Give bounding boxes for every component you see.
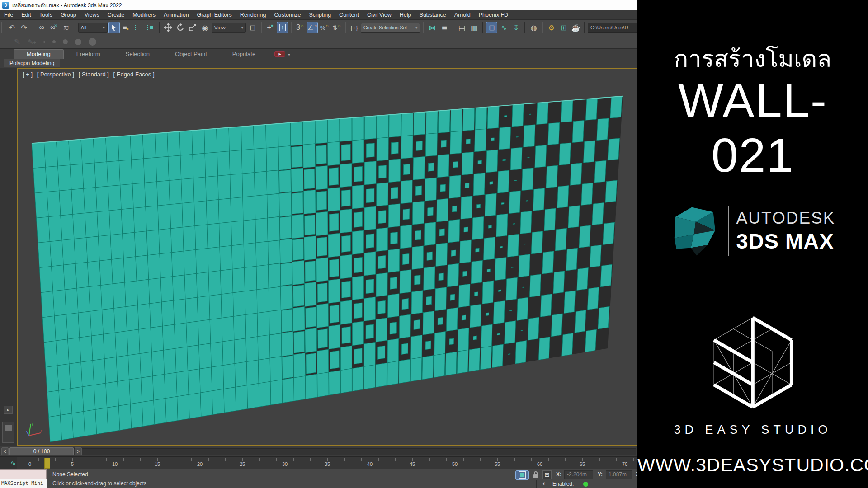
menu-graph-editors[interactable]: Graph Editors [193,10,236,19]
menu-scripting[interactable]: Scripting [305,10,335,19]
reference-coordinate-system-dropdown[interactable]: View ▾ [212,23,246,33]
chevron-down-icon[interactable]: ▾ [288,52,290,57]
isolate-selection-toggle[interactable] [515,470,529,480]
menu-help[interactable]: Help [396,10,415,19]
degradation-shield-icon[interactable]: ◐ [542,480,546,487]
redo-button[interactable]: ↷ [19,22,30,33]
viewport-layout-tab[interactable] [2,422,14,443]
menu-arnold[interactable]: Arnold [450,10,475,19]
selection-lock-icon[interactable] [533,471,539,479]
maxscript-mini-listener[interactable]: MAXScript Mini [0,469,47,488]
menu-customize[interactable]: Customize [270,10,305,19]
render-setup-button[interactable]: ⚙ [546,22,557,33]
window-crossing-icon [147,25,154,30]
menu-civil-view[interactable]: Civil View [363,10,396,19]
menu-create[interactable]: Create [104,10,129,19]
time-slider-track[interactable] [1,448,636,455]
layout-flyout-button[interactable]: ▸ [4,406,13,414]
selection-filter-dropdown[interactable]: All ▾ [78,23,108,33]
material-editor-button[interactable]: ◍ [528,22,539,33]
snap-toggle-3d[interactable]: 3∩ [294,22,306,33]
menu-edit[interactable]: Edit [17,10,35,19]
ruler-tick [608,458,608,461]
x-coord-field[interactable]: -2.204m [564,470,593,479]
time-slider-handle[interactable]: 0 / 100 [9,447,74,455]
mirror-button[interactable]: ⋈ [426,22,438,33]
edit-named-selection-sets-button[interactable]: {+} [349,22,360,33]
select-and-place-button[interactable]: ◉ [199,22,211,33]
viewport-menu-shading[interactable]: [ Edged Faces ] [113,71,155,78]
ruler-tick [625,458,625,461]
bind-to-space-warp-icon[interactable]: ≋ [61,22,72,33]
menu-tools[interactable]: Tools [35,10,57,19]
menu-views[interactable]: Views [80,10,104,19]
macro-recorder-pane[interactable] [0,469,47,479]
toolbar-separator [423,22,424,33]
viewport-menu-renderer[interactable]: [ Standard ] [79,71,109,78]
toolbar-grip[interactable] [1,22,4,33]
select-and-scale-button[interactable] [187,22,198,33]
ruler-tick [361,458,362,461]
ribbon-tab-freeform[interactable]: Freeform [64,50,113,59]
studio-cube-logo [637,313,868,414]
menu-phoenix-fd[interactable]: Phoenix FD [475,10,512,19]
toggle-scene-explorer-button[interactable]: ▤ [456,22,467,33]
ribbon-tab-populate[interactable]: Populate [220,50,268,59]
menu-file[interactable]: File [0,10,17,19]
x-coord-label: X: [556,471,561,478]
polygon-modeling-panel-tab[interactable]: Polygon Modeling [4,59,60,67]
keyboard-shortcut-override-toggle[interactable]: ↑ [277,22,288,33]
spinner-snap-toggle[interactable]: ⇅∩ [331,22,342,33]
rectangular-selection-region-button[interactable] [133,22,144,33]
use-pivot-point-center-button[interactable]: ⊡ [247,22,258,33]
perspective-viewport[interactable]: [ + ] [ Perspective ] [ Standard ] [ Edg… [17,68,637,446]
toggle-ribbon-button[interactable]: ⊟ [486,22,497,33]
toolbar-grip[interactable] [3,37,5,47]
ribbon-tab-object-paint[interactable]: Object Paint [162,50,220,59]
percent-snap-toggle[interactable]: %∩ [319,22,330,33]
previous-frame-button[interactable]: < [1,447,9,455]
viewport-menu-general[interactable]: [ + ] [23,71,33,78]
ribbon-tab-selection[interactable]: Selection [113,50,162,59]
select-and-manipulate-button[interactable]: +■ [264,22,276,33]
menu-content[interactable]: Content [335,10,363,19]
current-frame-marker[interactable] [44,458,50,469]
viewport-menu-pov[interactable]: [ Perspective ] [37,71,74,78]
dashed-region-icon [135,25,142,30]
unlink-selection-icon[interactable]: ∞✕ [48,22,60,33]
select-and-link-icon[interactable]: ∞ [36,22,47,33]
select-and-move-button[interactable] [163,22,174,33]
chevron-down-icon: ▾ [103,25,105,30]
rendered-frame-window-button[interactable]: ⊞ [558,22,569,33]
menu-group[interactable]: Group [57,10,80,19]
frame-ruler[interactable]: 0510152025303540455055606570 [17,457,637,469]
ruler-tick [387,458,387,461]
menu-animation[interactable]: Animation [160,10,193,19]
wall-model [18,69,637,445]
render-production-button[interactable]: ☕ [570,22,581,33]
named-selection-sets-dropdown[interactable]: Create Selection Set ▾ [361,23,420,33]
y-coord-field[interactable]: 1.087m [606,470,632,479]
menu-substance[interactable]: Substance [415,10,450,19]
project-folder-path[interactable]: C:\Users\User\D [588,23,637,33]
ruler-tick [497,458,498,461]
undo-button[interactable]: ↶ [6,22,18,33]
select-by-name-button[interactable]: ≡► [121,22,132,33]
next-frame-button[interactable]: > [75,447,82,455]
toggle-layer-explorer-button[interactable]: ▥ [468,22,480,33]
tutorial-video-icon[interactable]: ▶ [274,51,285,57]
curve-editor-button[interactable]: ∿ [498,22,509,33]
select-and-rotate-button[interactable] [175,22,186,33]
angle-snap-toggle[interactable]: ∠∩ [307,22,318,33]
product-text: 3DS MAX [736,229,835,253]
select-object-button[interactable] [108,22,120,33]
menu-modifiers[interactable]: Modifiers [128,10,160,19]
chevron-down-icon: ▾ [241,25,244,30]
window-crossing-toggle[interactable] [145,22,156,33]
menu-rendering[interactable]: Rendering [236,10,270,19]
align-button[interactable]: ≣ [439,22,450,33]
absolute-mode-toggle[interactable]: ⊞ [542,470,552,479]
dope-sheet-button[interactable]: ↧ [510,22,522,33]
ribbon-tab-modeling[interactable]: Modeling [14,49,64,59]
ruler-tick-label: 60 [537,461,542,467]
